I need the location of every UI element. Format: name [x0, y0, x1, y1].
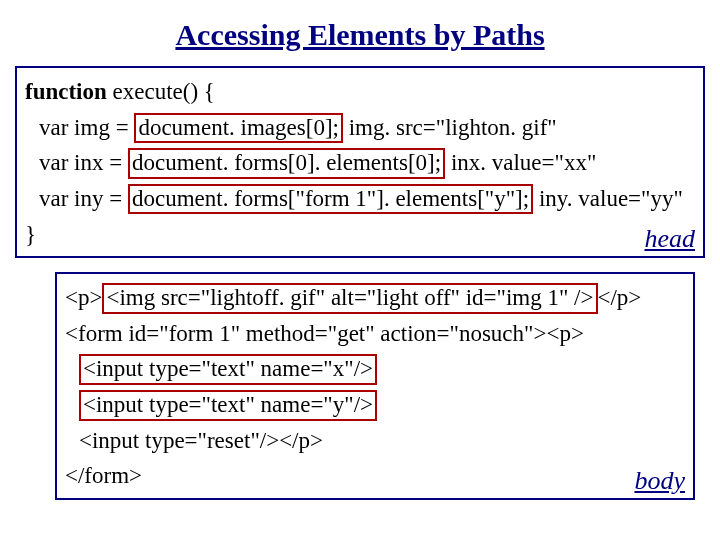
code-text: iny. value="yy": [533, 186, 683, 211]
highlight-box: document. forms["form 1"]. elements["y"]…: [128, 184, 533, 214]
highlight-box: document. forms[0]. elements[0];: [128, 148, 445, 178]
code-line: var img = document. images[0]; img. src=…: [25, 110, 695, 146]
body-label: body: [634, 466, 685, 496]
code-line: <input type="reset"/></p>: [65, 423, 685, 459]
highlight-box: <input type="text" name="x"/>: [79, 354, 377, 384]
code-text: </p>: [598, 285, 642, 310]
code-text: var iny =: [39, 186, 128, 211]
code-line: <p><img src="lightoff. gif" alt="light o…: [65, 280, 685, 316]
code-text: var img =: [39, 115, 134, 140]
code-text: img. src="lighton. gif": [343, 115, 557, 140]
body-code-box: <p><img src="lightoff. gif" alt="light o…: [55, 272, 695, 500]
code-line: <form id="form 1" method="get" action="n…: [65, 316, 685, 352]
code-line: </form>: [65, 458, 685, 494]
page-title: Accessing Elements by Paths: [15, 18, 705, 52]
code-line: var iny = document. forms["form 1"]. ele…: [25, 181, 695, 217]
highlight-box: <img src="lightoff. gif" alt="light off"…: [102, 283, 597, 313]
highlight-box: <input type="text" name="y"/>: [79, 390, 377, 420]
code-text: var inx =: [39, 150, 128, 175]
code-line: <input type="text" name="y"/>: [65, 387, 685, 423]
highlight-box: document. images[0];: [134, 113, 343, 143]
code-text: inx. value="xx": [445, 150, 596, 175]
code-line: }: [25, 217, 695, 253]
code-line: var inx = document. forms[0]. elements[0…: [25, 145, 695, 181]
head-code-box: function execute() { var img = document.…: [15, 66, 705, 258]
code-text: execute() {: [107, 79, 215, 104]
head-label: head: [644, 224, 695, 254]
code-line: function execute() {: [25, 74, 695, 110]
code-line: <input type="text" name="x"/>: [65, 351, 685, 387]
keyword-function: function: [25, 79, 107, 104]
code-text: <p>: [65, 285, 102, 310]
